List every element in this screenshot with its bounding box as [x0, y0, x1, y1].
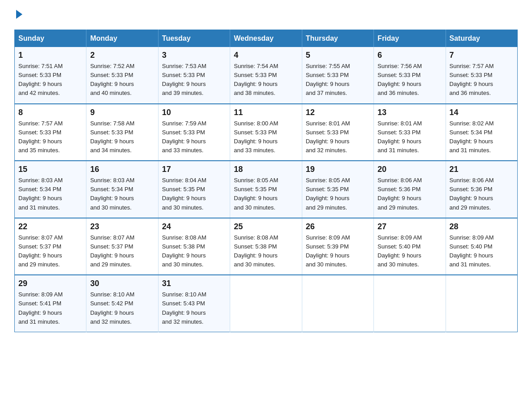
day-cell-10: 10 Sunrise: 7:59 AMSunset: 5:33 PMDaylig… — [158, 104, 230, 161]
week-row-2: 8 Sunrise: 7:57 AMSunset: 5:33 PMDayligh… — [15, 104, 518, 161]
day-cell-21: 21 Sunrise: 8:06 AMSunset: 5:36 PMDaylig… — [446, 161, 517, 218]
day-cell-28: 28 Sunrise: 8:09 AMSunset: 5:40 PMDaylig… — [446, 218, 517, 275]
day-number: 31 — [162, 279, 226, 288]
day-number: 11 — [234, 108, 298, 117]
col-header-sunday: Sunday — [15, 30, 86, 47]
day-number: 10 — [162, 108, 226, 117]
day-info: Sunrise: 8:05 AMSunset: 5:35 PMDaylight:… — [234, 177, 278, 210]
day-info: Sunrise: 7:59 AMSunset: 5:33 PMDaylight:… — [162, 120, 206, 154]
day-number: 3 — [162, 51, 226, 60]
day-number: 20 — [378, 165, 442, 174]
day-info: Sunrise: 8:09 AMSunset: 5:40 PMDaylight:… — [450, 234, 494, 268]
day-cell-7: 7 Sunrise: 7:57 AMSunset: 5:33 PMDayligh… — [446, 47, 517, 104]
day-cell-4: 4 Sunrise: 7:54 AMSunset: 5:33 PMDayligh… — [230, 47, 302, 104]
logo — [14, 11, 22, 19]
day-number: 19 — [306, 165, 370, 174]
day-info: Sunrise: 8:01 AMSunset: 5:33 PMDaylight:… — [378, 120, 422, 154]
day-info: Sunrise: 8:09 AMSunset: 5:39 PMDaylight:… — [306, 234, 350, 268]
day-cell-18: 18 Sunrise: 8:05 AMSunset: 5:35 PMDaylig… — [230, 161, 302, 218]
day-cell-31: 31 Sunrise: 8:10 AMSunset: 5:43 PMDaylig… — [158, 275, 230, 332]
day-info: Sunrise: 8:04 AMSunset: 5:35 PMDaylight:… — [162, 177, 206, 210]
day-number: 4 — [234, 51, 298, 60]
week-row-5: 29 Sunrise: 8:09 AMSunset: 5:41 PMDaylig… — [15, 275, 518, 332]
day-info: Sunrise: 7:53 AMSunset: 5:33 PMDaylight:… — [162, 63, 206, 96]
logo-arrow-icon — [16, 10, 22, 19]
day-cell-30: 30 Sunrise: 8:10 AMSunset: 5:42 PMDaylig… — [86, 275, 158, 332]
col-header-saturday: Saturday — [446, 30, 517, 47]
day-cell-12: 12 Sunrise: 8:01 AMSunset: 5:33 PMDaylig… — [302, 104, 373, 161]
empty-cell — [302, 275, 373, 332]
day-number: 7 — [450, 51, 514, 60]
day-number: 16 — [90, 165, 154, 174]
day-number: 28 — [450, 222, 514, 231]
day-cell-1: 1 Sunrise: 7:51 AMSunset: 5:33 PMDayligh… — [15, 47, 86, 104]
day-info: Sunrise: 8:05 AMSunset: 5:35 PMDaylight:… — [306, 177, 350, 210]
day-cell-5: 5 Sunrise: 7:55 AMSunset: 5:33 PMDayligh… — [302, 47, 373, 104]
day-number: 2 — [90, 51, 154, 60]
day-number: 12 — [306, 108, 370, 117]
week-row-1: 1 Sunrise: 7:51 AMSunset: 5:33 PMDayligh… — [15, 47, 518, 104]
day-info: Sunrise: 8:06 AMSunset: 5:36 PMDaylight:… — [378, 177, 422, 210]
day-number: 25 — [234, 222, 298, 231]
day-info: Sunrise: 7:51 AMSunset: 5:33 PMDaylight:… — [18, 63, 63, 96]
day-number: 23 — [90, 222, 154, 231]
page-header — [14, 11, 518, 19]
day-info: Sunrise: 7:57 AMSunset: 5:33 PMDaylight:… — [450, 63, 494, 96]
day-info: Sunrise: 8:02 AMSunset: 5:34 PMDaylight:… — [450, 120, 494, 154]
empty-cell — [446, 275, 517, 332]
col-header-monday: Monday — [86, 30, 158, 47]
day-cell-11: 11 Sunrise: 8:00 AMSunset: 5:33 PMDaylig… — [230, 104, 302, 161]
day-number: 30 — [90, 279, 154, 288]
day-cell-9: 9 Sunrise: 7:58 AMSunset: 5:33 PMDayligh… — [86, 104, 158, 161]
day-info: Sunrise: 8:08 AMSunset: 5:38 PMDaylight:… — [234, 234, 278, 268]
day-number: 15 — [18, 165, 82, 174]
day-info: Sunrise: 8:06 AMSunset: 5:36 PMDaylight:… — [450, 177, 494, 210]
day-cell-3: 3 Sunrise: 7:53 AMSunset: 5:33 PMDayligh… — [158, 47, 230, 104]
day-number: 22 — [18, 222, 82, 231]
day-info: Sunrise: 8:07 AMSunset: 5:37 PMDaylight:… — [90, 234, 134, 268]
day-info: Sunrise: 8:10 AMSunset: 5:43 PMDaylight:… — [162, 291, 206, 325]
day-cell-6: 6 Sunrise: 7:56 AMSunset: 5:33 PMDayligh… — [374, 47, 446, 104]
day-cell-23: 23 Sunrise: 8:07 AMSunset: 5:37 PMDaylig… — [86, 218, 158, 275]
calendar-header-row: SundayMondayTuesdayWednesdayThursdayFrid… — [15, 30, 518, 47]
day-cell-17: 17 Sunrise: 8:04 AMSunset: 5:35 PMDaylig… — [158, 161, 230, 218]
col-header-wednesday: Wednesday — [230, 30, 302, 47]
calendar-table: SundayMondayTuesdayWednesdayThursdayFrid… — [14, 30, 518, 332]
day-info: Sunrise: 7:55 AMSunset: 5:33 PMDaylight:… — [306, 63, 350, 96]
day-cell-20: 20 Sunrise: 8:06 AMSunset: 5:36 PMDaylig… — [374, 161, 446, 218]
day-cell-2: 2 Sunrise: 7:52 AMSunset: 5:33 PMDayligh… — [86, 47, 158, 104]
col-header-tuesday: Tuesday — [158, 30, 230, 47]
col-header-thursday: Thursday — [302, 30, 373, 47]
day-number: 13 — [378, 108, 442, 117]
day-number: 26 — [306, 222, 370, 231]
day-number: 24 — [162, 222, 226, 231]
day-number: 27 — [378, 222, 442, 231]
day-info: Sunrise: 7:58 AMSunset: 5:33 PMDaylight:… — [90, 120, 134, 154]
day-number: 5 — [306, 51, 370, 60]
day-cell-19: 19 Sunrise: 8:05 AMSunset: 5:35 PMDaylig… — [302, 161, 373, 218]
day-info: Sunrise: 7:54 AMSunset: 5:33 PMDaylight:… — [234, 63, 278, 96]
day-info: Sunrise: 8:09 AMSunset: 5:41 PMDaylight:… — [18, 291, 63, 325]
day-info: Sunrise: 7:52 AMSunset: 5:33 PMDaylight:… — [90, 63, 134, 96]
day-number: 1 — [18, 51, 82, 60]
day-cell-22: 22 Sunrise: 8:07 AMSunset: 5:37 PMDaylig… — [15, 218, 86, 275]
day-info: Sunrise: 8:08 AMSunset: 5:38 PMDaylight:… — [162, 234, 206, 268]
day-info: Sunrise: 7:56 AMSunset: 5:33 PMDaylight:… — [378, 63, 422, 96]
day-info: Sunrise: 8:01 AMSunset: 5:33 PMDaylight:… — [306, 120, 350, 154]
day-cell-26: 26 Sunrise: 8:09 AMSunset: 5:39 PMDaylig… — [302, 218, 373, 275]
day-cell-24: 24 Sunrise: 8:08 AMSunset: 5:38 PMDaylig… — [158, 218, 230, 275]
day-info: Sunrise: 8:09 AMSunset: 5:40 PMDaylight:… — [378, 234, 422, 268]
day-number: 6 — [378, 51, 442, 60]
day-cell-15: 15 Sunrise: 8:03 AMSunset: 5:34 PMDaylig… — [15, 161, 86, 218]
day-cell-27: 27 Sunrise: 8:09 AMSunset: 5:40 PMDaylig… — [374, 218, 446, 275]
day-info: Sunrise: 8:10 AMSunset: 5:42 PMDaylight:… — [90, 291, 134, 325]
day-cell-14: 14 Sunrise: 8:02 AMSunset: 5:34 PMDaylig… — [446, 104, 517, 161]
day-number: 8 — [18, 108, 82, 117]
day-number: 21 — [450, 165, 514, 174]
day-info: Sunrise: 7:57 AMSunset: 5:33 PMDaylight:… — [18, 120, 63, 154]
day-number: 17 — [162, 165, 226, 174]
day-info: Sunrise: 8:03 AMSunset: 5:34 PMDaylight:… — [18, 177, 63, 210]
day-number: 18 — [234, 165, 298, 174]
week-row-3: 15 Sunrise: 8:03 AMSunset: 5:34 PMDaylig… — [15, 161, 518, 218]
day-cell-16: 16 Sunrise: 8:03 AMSunset: 5:34 PMDaylig… — [86, 161, 158, 218]
